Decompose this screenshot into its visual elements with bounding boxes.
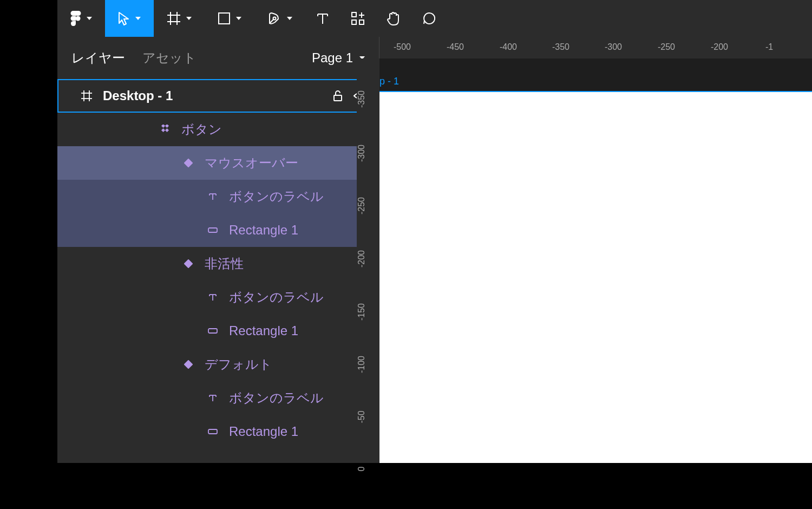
layer-variant-inactive[interactable]: 非活性: [57, 247, 379, 280]
layer-variant-default[interactable]: デフォルト: [57, 348, 379, 381]
unlock-icon[interactable]: [332, 90, 343, 102]
frame-icon: [79, 90, 94, 101]
frame-tool-button[interactable]: [154, 0, 205, 37]
shape-tool-button[interactable]: [205, 0, 254, 37]
svg-rect-24: [161, 128, 165, 132]
svg-rect-20: [334, 95, 342, 101]
ruler-tick: -500: [394, 42, 411, 52]
chevron-down-icon: [287, 17, 292, 20]
layer-rectangle-1c[interactable]: Rectangle 1: [57, 415, 379, 448]
ruler-tick: -150: [357, 303, 379, 321]
panel-tabs: レイヤー アセット Page 1: [57, 37, 379, 79]
hand-tool-button[interactable]: [376, 0, 411, 37]
ruler-tick: -450: [447, 42, 464, 52]
variant-icon: [181, 360, 196, 369]
rectangle-layer-icon: [205, 328, 220, 334]
tab-assets[interactable]: アセット: [142, 49, 197, 67]
layer-tree: Desktop - 1 ボタン: [57, 79, 379, 448]
canvas[interactable]: -350 -300 -250 -200 -150 -100 -50 0 -500…: [379, 37, 812, 463]
layer-text-button-label-1[interactable]: ボタンのラベル: [57, 180, 379, 213]
figma-logo-icon: [70, 11, 81, 26]
svg-rect-22: [161, 125, 165, 128]
resources-icon: [351, 11, 365, 25]
text-layer-icon: [205, 192, 220, 201]
rectangle-layer-icon: [205, 227, 220, 233]
text-icon: [316, 12, 329, 25]
ruler-tick: -200: [711, 42, 728, 52]
move-tool-button[interactable]: [105, 0, 154, 37]
ruler-tick: -50: [357, 410, 379, 423]
ruler-tick: -350: [552, 42, 569, 52]
svg-rect-26: [184, 159, 193, 167]
chevron-down-icon: [135, 17, 141, 20]
ruler-tick: 0: [357, 467, 379, 472]
svg-rect-32: [184, 259, 193, 268]
layer-label: デフォルト: [205, 356, 379, 373]
layer-variant-mouseover[interactable]: マウスオーバー: [57, 146, 379, 180]
svg-rect-23: [165, 125, 169, 128]
ruler-tick: -100: [357, 356, 379, 373]
layer-label: 非活性: [205, 255, 379, 272]
tab-layers[interactable]: レイヤー: [71, 49, 125, 67]
layer-rectangle-1a[interactable]: Rectangle 1: [57, 213, 379, 247]
ruler-tick: -250: [658, 42, 675, 52]
layer-text-button-label-2[interactable]: ボタンのラベル: [57, 280, 379, 314]
ruler-tick: -300: [357, 145, 379, 162]
svg-rect-43: [208, 429, 217, 434]
ruler-tick: -200: [357, 250, 379, 267]
canvas-frame-label[interactable]: p - 1: [379, 74, 399, 89]
ruler-vertical: -350 -300 -250 -200 -150 -100 -50 0: [357, 58, 379, 463]
text-layer-icon: [205, 394, 220, 402]
chevron-down-icon: [236, 17, 241, 20]
layer-label: ボタン: [181, 121, 379, 138]
chevron-down-icon: [87, 17, 92, 20]
rectangle-icon: [218, 12, 231, 25]
layer-component-set-button[interactable]: ボタン: [57, 113, 379, 146]
cursor-icon: [118, 11, 130, 25]
svg-rect-12: [352, 20, 356, 24]
ruler-tick: -300: [605, 42, 622, 52]
comment-tool-button[interactable]: [411, 0, 447, 37]
bottom-gutter: [0, 463, 812, 509]
pen-icon: [267, 11, 281, 25]
text-tool-button[interactable]: [305, 0, 340, 37]
hand-icon: [387, 11, 401, 26]
layer-label: マウスオーバー: [205, 154, 379, 172]
rectangle-layer-icon: [205, 429, 220, 434]
top-toolbar: [57, 0, 812, 37]
svg-rect-37: [208, 329, 217, 333]
comment-icon: [422, 11, 436, 25]
figma-menu-button[interactable]: [57, 0, 105, 37]
text-layer-icon: [205, 293, 220, 302]
variant-icon: [181, 259, 196, 268]
ruler-tick: -350: [357, 90, 379, 108]
ruler-horizontal: -500 -450 -400 -350 -300 -250 -200 -1: [379, 37, 812, 58]
pen-tool-button[interactable]: [254, 0, 305, 37]
svg-point-0: [76, 16, 81, 21]
ruler-tick: -250: [357, 197, 379, 214]
ruler-tick: -1: [765, 42, 773, 52]
layers-panel: レイヤー アセット Page 1 Desktop - 1: [57, 37, 379, 463]
canvas-frame[interactable]: [379, 91, 812, 463]
frame-icon: [167, 11, 181, 25]
svg-point-6: [273, 17, 276, 20]
svg-rect-13: [359, 20, 364, 24]
chevron-down-icon: [186, 17, 192, 20]
svg-rect-5: [219, 13, 230, 24]
svg-rect-38: [184, 360, 193, 369]
svg-rect-31: [208, 228, 217, 232]
page-label: Page 1: [312, 50, 353, 66]
variant-icon: [181, 159, 196, 167]
resources-tool-button[interactable]: [340, 0, 376, 37]
left-gutter: [0, 0, 57, 509]
ruler-tick: -400: [500, 42, 517, 52]
layer-text-button-label-3[interactable]: ボタンのラベル: [57, 381, 379, 415]
layer-frame-desktop-1[interactable]: Desktop - 1: [57, 79, 379, 113]
component-set-icon: [158, 125, 173, 134]
svg-rect-25: [165, 128, 169, 132]
layer-rectangle-1b[interactable]: Rectangle 1: [57, 314, 379, 348]
svg-rect-11: [352, 12, 356, 17]
